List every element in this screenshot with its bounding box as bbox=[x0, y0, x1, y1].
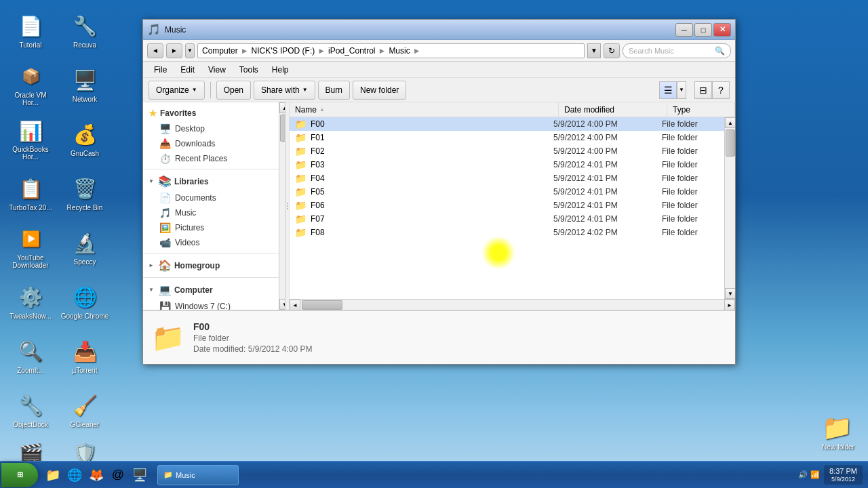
new-folder-button[interactable]: New folder bbox=[353, 81, 406, 100]
file-row-f06[interactable]: 📁 F06 5/9/2012 4:01 PM File folder bbox=[290, 199, 724, 212]
desktop-icon-gcleaner[interactable]: 🧹 GCleaner bbox=[58, 383, 112, 437]
desktop-icon-objectdock[interactable]: 🔧 ObjectDock bbox=[3, 383, 58, 437]
desktop-icon-tutorial[interactable]: 📄 Tutorial bbox=[3, 3, 58, 58]
system-clock[interactable]: 8:37 PM 5/9/2012 bbox=[824, 465, 863, 485]
nav-item-documents[interactable]: 📄 Documents bbox=[143, 190, 279, 205]
nav-item-music[interactable]: 🎵 Music bbox=[143, 205, 279, 220]
menu-edit[interactable]: Edit bbox=[174, 64, 201, 76]
col-header-date[interactable]: Date modified bbox=[559, 102, 667, 117]
maximize-button[interactable]: □ bbox=[694, 23, 712, 37]
back-button[interactable]: ◄ bbox=[147, 43, 163, 58]
file-row-f08[interactable]: 📁 F08 5/9/2012 4:02 PM File folder bbox=[290, 226, 724, 239]
address-dropdown-button[interactable]: ▼ bbox=[587, 43, 601, 58]
menu-tools[interactable]: Tools bbox=[233, 64, 265, 76]
desktop-icon-speccy[interactable]: 🔬 Speccy bbox=[58, 220, 112, 274]
window-title: Music bbox=[165, 25, 186, 35]
nav-scroll-up[interactable]: ▲ bbox=[279, 102, 285, 113]
downloads-nav-icon: 📥 bbox=[159, 138, 171, 149]
nav-item-windows7[interactable]: 💾 Windows 7 (C:) bbox=[143, 299, 279, 310]
scroll-track[interactable] bbox=[725, 128, 735, 288]
file-vertical-scrollbar[interactable]: ▲ ▼ bbox=[724, 117, 735, 299]
view-details-button[interactable]: ☰ bbox=[659, 81, 677, 99]
view-dropdown-button[interactable]: ▼ bbox=[677, 81, 686, 99]
desktop-icon-oracle[interactable]: 📦 Oracle VM Hor... bbox=[3, 58, 58, 112]
desktop-icon-youtube[interactable]: ▶️ YouTube Downloader bbox=[3, 220, 58, 274]
h-scroll-thumb[interactable] bbox=[302, 300, 342, 310]
desktop-icon-new-folder[interactable]: 📁 New folder bbox=[822, 413, 854, 451]
layout-pane-button[interactable]: ⊟ bbox=[694, 81, 712, 99]
taskbar-app-music[interactable]: 📁 Music bbox=[157, 465, 239, 485]
scroll-up-arrow[interactable]: ▲ bbox=[725, 117, 735, 128]
organize-button[interactable]: Organize ▼ bbox=[149, 81, 205, 100]
open-button[interactable]: Open bbox=[216, 81, 251, 100]
title-bar-icon: 🎵 bbox=[147, 23, 161, 36]
col-header-name[interactable]: Name ▲ bbox=[290, 102, 559, 117]
search-box[interactable]: Search Music 🔍 bbox=[623, 43, 731, 58]
scroll-thumb[interactable] bbox=[726, 129, 735, 157]
h-scroll-left[interactable]: ◄ bbox=[290, 300, 300, 310]
nav-scrollbar[interactable]: ▲ ▼ bbox=[279, 102, 285, 310]
desktop-icon-gnucash[interactable]: 💰 GnuCash bbox=[58, 112, 112, 166]
computer-header[interactable]: ▼ 💻 Computer bbox=[143, 281, 279, 299]
taskbar-icon-screen[interactable]: 🖥️ bbox=[130, 466, 149, 485]
homegroup-expand-icon: ► bbox=[149, 262, 154, 268]
nav-scroll-down[interactable]: ▼ bbox=[279, 299, 285, 310]
path-computer[interactable]: Computer bbox=[202, 46, 238, 56]
tray-icon-network[interactable]: 📶 bbox=[810, 470, 820, 479]
taskbar-icon-email[interactable]: @ bbox=[108, 466, 127, 485]
desktop-icon-turbotax[interactable]: 📋 TurboTax 20... bbox=[3, 166, 58, 220]
scroll-down-arrow[interactable]: ▼ bbox=[725, 288, 735, 299]
recent-button[interactable]: ▼ bbox=[185, 43, 195, 58]
forward-button[interactable]: ► bbox=[166, 43, 182, 58]
start-button[interactable]: ⊞ bbox=[1, 463, 38, 487]
desktop-icon-chrome[interactable]: 🌐 Google Chrome bbox=[58, 274, 112, 329]
nav-item-videos[interactable]: 📹 Videos bbox=[143, 235, 279, 250]
desktop-icon-utorrent[interactable]: 📥 µTorrent bbox=[58, 329, 112, 383]
share-button[interactable]: Share with ▼ bbox=[254, 81, 315, 100]
minimize-button[interactable]: ─ bbox=[675, 23, 693, 37]
refresh-button[interactable]: ↻ bbox=[604, 43, 620, 58]
col-header-type[interactable]: Type bbox=[667, 102, 735, 117]
path-drive[interactable]: NICK'S IPOD (F:) bbox=[252, 46, 315, 56]
menu-view[interactable]: View bbox=[201, 64, 233, 76]
taskbar-icon-browser[interactable]: 🌐 bbox=[65, 466, 84, 485]
nav-item-downloads[interactable]: 📥 Downloads bbox=[143, 136, 279, 151]
h-scroll-right[interactable]: ► bbox=[724, 300, 735, 310]
file-row-f03[interactable]: 📁 F03 5/9/2012 4:01 PM File folder bbox=[290, 158, 724, 171]
library-expand-icon[interactable]: ▼ bbox=[149, 178, 154, 184]
nav-item-desktop[interactable]: 🖥️ Desktop bbox=[143, 121, 279, 136]
layout-help-button[interactable]: ? bbox=[712, 81, 730, 99]
desktop-icons-grid: 📄 Tutorial 🔧 Recuva 📦 Oracle VM Hor... 🖥… bbox=[0, 0, 142, 447]
file-row-f01[interactable]: 📁 F01 5/9/2012 4:00 PM File folder bbox=[290, 131, 724, 144]
desktop-icon-recuva[interactable]: 🔧 Recuva bbox=[58, 3, 112, 58]
burn-button[interactable]: Burn bbox=[318, 81, 350, 100]
tray-icon-volume[interactable]: 🔊 bbox=[798, 470, 808, 479]
taskbar-icon-firefox[interactable]: 🦊 bbox=[87, 466, 106, 485]
path-control[interactable]: iPod_Control bbox=[328, 46, 375, 56]
file-row-f07[interactable]: 📁 F07 5/9/2012 4:01 PM File folder bbox=[290, 212, 724, 226]
homegroup-header[interactable]: ► 🏠 Homegroup bbox=[143, 256, 279, 274]
path-folder[interactable]: Music bbox=[389, 46, 410, 56]
horizontal-scrollbar[interactable]: ◄ ► bbox=[290, 299, 735, 310]
taskbar-icon-explorer[interactable]: 📁 bbox=[43, 466, 62, 485]
file-row-f04[interactable]: 📁 F04 5/9/2012 4:01 PM File folder bbox=[290, 171, 724, 185]
desktop-icon-network[interactable]: 🖥️ Network bbox=[58, 58, 112, 112]
menu-help[interactable]: Help bbox=[265, 64, 296, 76]
nav-item-recent[interactable]: ⏱️ Recent Places bbox=[143, 151, 279, 166]
nav-item-pictures[interactable]: 🖼️ Pictures bbox=[143, 220, 279, 235]
file-row-f00[interactable]: 📁 F00 5/9/2012 4:00 PM File folder bbox=[290, 117, 724, 131]
menu-file[interactable]: File bbox=[147, 64, 174, 76]
file-row-f02[interactable]: 📁 F02 5/9/2012 4:00 PM File folder bbox=[290, 144, 724, 158]
nav-scroll-thumb[interactable] bbox=[280, 115, 285, 142]
h-scroll-track[interactable] bbox=[300, 300, 724, 310]
search-icon[interactable]: 🔍 bbox=[715, 46, 725, 56]
address-path[interactable]: Computer ► NICK'S IPOD (F:) ► iPod_Contr… bbox=[197, 43, 585, 58]
desktop-icon-quickbooks[interactable]: 📊 QuickBooks Hor... bbox=[3, 112, 58, 166]
file-row-f05[interactable]: 📁 F05 5/9/2012 4:01 PM File folder bbox=[290, 185, 724, 199]
taskbar-apps: 📁 Music bbox=[155, 465, 793, 485]
close-button[interactable]: ✕ bbox=[713, 23, 731, 37]
nav-scroll-track[interactable] bbox=[279, 113, 285, 299]
desktop-icon-zoomit[interactable]: 🔍 ZoomIt... bbox=[3, 329, 58, 383]
desktop-icon-tweaksnow[interactable]: ⚙️ TweaksNow... bbox=[3, 274, 58, 329]
desktop-icon-recycle[interactable]: 🗑️ Recycle Bin bbox=[58, 166, 112, 220]
